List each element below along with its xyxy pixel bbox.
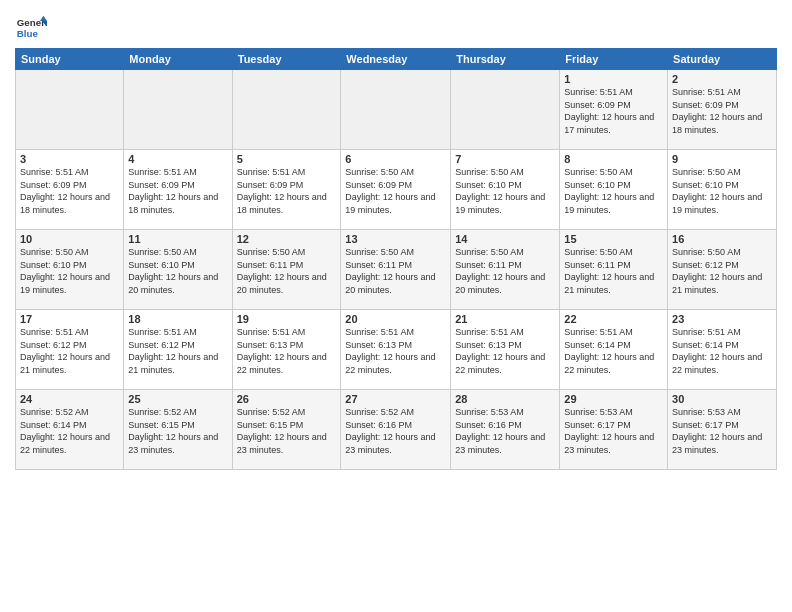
- day-number: 25: [128, 393, 227, 405]
- svg-text:Blue: Blue: [17, 28, 39, 39]
- day-number: 26: [237, 393, 337, 405]
- day-cell: 20Sunrise: 5:51 AM Sunset: 6:13 PM Dayli…: [341, 310, 451, 390]
- day-cell: 19Sunrise: 5:51 AM Sunset: 6:13 PM Dayli…: [232, 310, 341, 390]
- day-info: Sunrise: 5:52 AM Sunset: 6:14 PM Dayligh…: [20, 406, 119, 456]
- day-info: Sunrise: 5:51 AM Sunset: 6:09 PM Dayligh…: [20, 166, 119, 216]
- day-cell: [341, 70, 451, 150]
- day-info: Sunrise: 5:51 AM Sunset: 6:13 PM Dayligh…: [345, 326, 446, 376]
- day-number: 7: [455, 153, 555, 165]
- header-cell-saturday: Saturday: [668, 49, 777, 70]
- day-cell: 24Sunrise: 5:52 AM Sunset: 6:14 PM Dayli…: [16, 390, 124, 470]
- day-info: Sunrise: 5:52 AM Sunset: 6:16 PM Dayligh…: [345, 406, 446, 456]
- day-info: Sunrise: 5:53 AM Sunset: 6:17 PM Dayligh…: [672, 406, 772, 456]
- day-info: Sunrise: 5:51 AM Sunset: 6:12 PM Dayligh…: [128, 326, 227, 376]
- day-info: Sunrise: 5:51 AM Sunset: 6:14 PM Dayligh…: [564, 326, 663, 376]
- header-cell-sunday: Sunday: [16, 49, 124, 70]
- day-info: Sunrise: 5:53 AM Sunset: 6:17 PM Dayligh…: [564, 406, 663, 456]
- day-cell: 28Sunrise: 5:53 AM Sunset: 6:16 PM Dayli…: [451, 390, 560, 470]
- header: General Blue: [15, 10, 777, 46]
- day-info: Sunrise: 5:51 AM Sunset: 6:09 PM Dayligh…: [237, 166, 337, 216]
- day-cell: [16, 70, 124, 150]
- day-number: 27: [345, 393, 446, 405]
- day-cell: 16Sunrise: 5:50 AM Sunset: 6:12 PM Dayli…: [668, 230, 777, 310]
- day-cell: 22Sunrise: 5:51 AM Sunset: 6:14 PM Dayli…: [560, 310, 668, 390]
- day-cell: 8Sunrise: 5:50 AM Sunset: 6:10 PM Daylig…: [560, 150, 668, 230]
- day-number: 12: [237, 233, 337, 245]
- day-number: 28: [455, 393, 555, 405]
- header-cell-thursday: Thursday: [451, 49, 560, 70]
- day-info: Sunrise: 5:52 AM Sunset: 6:15 PM Dayligh…: [128, 406, 227, 456]
- day-cell: [232, 70, 341, 150]
- week-row-2: 3Sunrise: 5:51 AM Sunset: 6:09 PM Daylig…: [16, 150, 777, 230]
- header-row: SundayMondayTuesdayWednesdayThursdayFrid…: [16, 49, 777, 70]
- week-row-1: 1Sunrise: 5:51 AM Sunset: 6:09 PM Daylig…: [16, 70, 777, 150]
- day-cell: 7Sunrise: 5:50 AM Sunset: 6:10 PM Daylig…: [451, 150, 560, 230]
- day-number: 1: [564, 73, 663, 85]
- day-number: 14: [455, 233, 555, 245]
- day-number: 22: [564, 313, 663, 325]
- day-info: Sunrise: 5:51 AM Sunset: 6:14 PM Dayligh…: [672, 326, 772, 376]
- day-info: Sunrise: 5:50 AM Sunset: 6:10 PM Dayligh…: [455, 166, 555, 216]
- day-number: 10: [20, 233, 119, 245]
- day-number: 21: [455, 313, 555, 325]
- day-cell: 2Sunrise: 5:51 AM Sunset: 6:09 PM Daylig…: [668, 70, 777, 150]
- day-info: Sunrise: 5:50 AM Sunset: 6:11 PM Dayligh…: [455, 246, 555, 296]
- day-number: 23: [672, 313, 772, 325]
- day-number: 20: [345, 313, 446, 325]
- day-cell: [451, 70, 560, 150]
- day-info: Sunrise: 5:50 AM Sunset: 6:10 PM Dayligh…: [20, 246, 119, 296]
- day-cell: 17Sunrise: 5:51 AM Sunset: 6:12 PM Dayli…: [16, 310, 124, 390]
- day-info: Sunrise: 5:50 AM Sunset: 6:11 PM Dayligh…: [237, 246, 337, 296]
- day-cell: 11Sunrise: 5:50 AM Sunset: 6:10 PM Dayli…: [124, 230, 232, 310]
- day-cell: 13Sunrise: 5:50 AM Sunset: 6:11 PM Dayli…: [341, 230, 451, 310]
- day-cell: 14Sunrise: 5:50 AM Sunset: 6:11 PM Dayli…: [451, 230, 560, 310]
- header-cell-wednesday: Wednesday: [341, 49, 451, 70]
- day-cell: 9Sunrise: 5:50 AM Sunset: 6:10 PM Daylig…: [668, 150, 777, 230]
- day-number: 18: [128, 313, 227, 325]
- day-info: Sunrise: 5:50 AM Sunset: 6:09 PM Dayligh…: [345, 166, 446, 216]
- day-number: 17: [20, 313, 119, 325]
- week-row-5: 24Sunrise: 5:52 AM Sunset: 6:14 PM Dayli…: [16, 390, 777, 470]
- day-number: 24: [20, 393, 119, 405]
- day-info: Sunrise: 5:51 AM Sunset: 6:09 PM Dayligh…: [672, 86, 772, 136]
- day-number: 19: [237, 313, 337, 325]
- day-cell: 1Sunrise: 5:51 AM Sunset: 6:09 PM Daylig…: [560, 70, 668, 150]
- day-cell: 25Sunrise: 5:52 AM Sunset: 6:15 PM Dayli…: [124, 390, 232, 470]
- day-info: Sunrise: 5:50 AM Sunset: 6:10 PM Dayligh…: [128, 246, 227, 296]
- day-info: Sunrise: 5:51 AM Sunset: 6:13 PM Dayligh…: [237, 326, 337, 376]
- day-cell: [124, 70, 232, 150]
- day-info: Sunrise: 5:51 AM Sunset: 6:09 PM Dayligh…: [128, 166, 227, 216]
- day-cell: 4Sunrise: 5:51 AM Sunset: 6:09 PM Daylig…: [124, 150, 232, 230]
- day-info: Sunrise: 5:50 AM Sunset: 6:11 PM Dayligh…: [345, 246, 446, 296]
- day-number: 16: [672, 233, 772, 245]
- day-number: 30: [672, 393, 772, 405]
- day-cell: 26Sunrise: 5:52 AM Sunset: 6:15 PM Dayli…: [232, 390, 341, 470]
- header-cell-monday: Monday: [124, 49, 232, 70]
- day-number: 6: [345, 153, 446, 165]
- logo-icon: General Blue: [15, 14, 47, 46]
- day-number: 15: [564, 233, 663, 245]
- day-number: 9: [672, 153, 772, 165]
- header-cell-tuesday: Tuesday: [232, 49, 341, 70]
- day-cell: 29Sunrise: 5:53 AM Sunset: 6:17 PM Dayli…: [560, 390, 668, 470]
- day-info: Sunrise: 5:50 AM Sunset: 6:10 PM Dayligh…: [672, 166, 772, 216]
- day-number: 2: [672, 73, 772, 85]
- day-info: Sunrise: 5:52 AM Sunset: 6:15 PM Dayligh…: [237, 406, 337, 456]
- day-info: Sunrise: 5:53 AM Sunset: 6:16 PM Dayligh…: [455, 406, 555, 456]
- day-info: Sunrise: 5:50 AM Sunset: 6:11 PM Dayligh…: [564, 246, 663, 296]
- day-info: Sunrise: 5:50 AM Sunset: 6:10 PM Dayligh…: [564, 166, 663, 216]
- day-info: Sunrise: 5:50 AM Sunset: 6:12 PM Dayligh…: [672, 246, 772, 296]
- day-number: 29: [564, 393, 663, 405]
- header-cell-friday: Friday: [560, 49, 668, 70]
- day-number: 5: [237, 153, 337, 165]
- day-cell: 27Sunrise: 5:52 AM Sunset: 6:16 PM Dayli…: [341, 390, 451, 470]
- day-number: 11: [128, 233, 227, 245]
- day-info: Sunrise: 5:51 AM Sunset: 6:09 PM Dayligh…: [564, 86, 663, 136]
- day-info: Sunrise: 5:51 AM Sunset: 6:12 PM Dayligh…: [20, 326, 119, 376]
- day-cell: 10Sunrise: 5:50 AM Sunset: 6:10 PM Dayli…: [16, 230, 124, 310]
- day-cell: 5Sunrise: 5:51 AM Sunset: 6:09 PM Daylig…: [232, 150, 341, 230]
- page: General Blue SundayMondayTuesdayWednesda…: [0, 0, 792, 480]
- day-number: 8: [564, 153, 663, 165]
- day-cell: 18Sunrise: 5:51 AM Sunset: 6:12 PM Dayli…: [124, 310, 232, 390]
- day-cell: 23Sunrise: 5:51 AM Sunset: 6:14 PM Dayli…: [668, 310, 777, 390]
